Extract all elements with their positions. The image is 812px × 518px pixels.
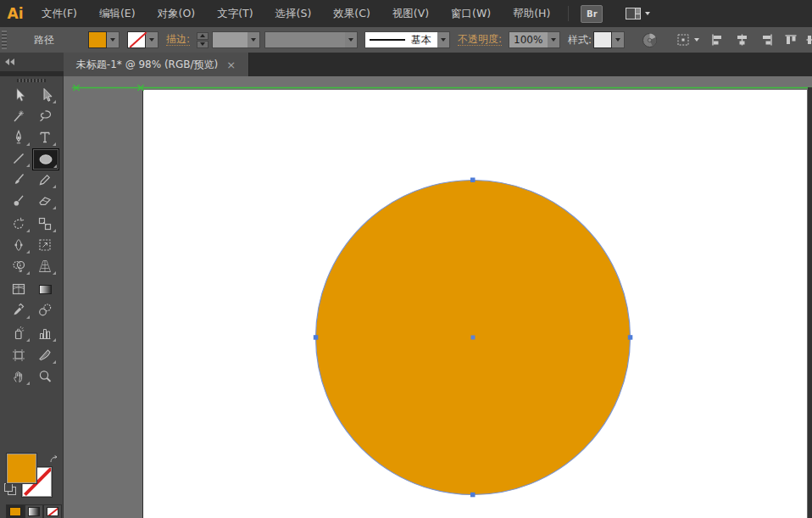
symbol-sprayer-tool[interactable] (6, 323, 31, 343)
gradient-tool[interactable] (32, 279, 58, 299)
transform-reference-button[interactable] (676, 27, 699, 53)
blob-brush-tool[interactable] (6, 191, 31, 211)
align-horizontal-left-icon (710, 33, 725, 47)
menu-effect[interactable]: 效果(C) (322, 0, 381, 27)
column-graph-tool[interactable] (32, 323, 58, 343)
line-segment-tool[interactable] (6, 148, 31, 169)
fill-stroke-indicator (0, 449, 64, 500)
lasso-tool[interactable] (32, 106, 58, 126)
stroke-weight-stepper[interactable] (197, 32, 209, 48)
align-horizontal-right-button[interactable] (759, 27, 774, 53)
stroke-panel-link[interactable]: 描边: (166, 34, 190, 46)
align-vertical-top-button[interactable] (784, 27, 798, 53)
panel-grip[interactable] (17, 79, 46, 82)
mesh-tool[interactable] (6, 279, 31, 299)
chevron-down-icon[interactable] (548, 31, 560, 48)
bridge-launch-button[interactable]: Br (581, 5, 603, 23)
chevron-down-icon[interactable] (437, 31, 450, 48)
graphic-style-control[interactable] (593, 31, 625, 48)
chevron-down-icon[interactable] (247, 31, 260, 48)
tools-panel (0, 76, 64, 518)
graphic-style-swatch[interactable] (593, 31, 612, 48)
anchor-point-top[interactable] (470, 178, 476, 183)
shape-builder-tool[interactable] (6, 256, 31, 276)
eyedropper-tool[interactable] (6, 300, 31, 320)
anchor-point-bottom[interactable] (470, 493, 476, 498)
menu-select[interactable]: 选择(S) (264, 0, 323, 27)
align-vertical-center-button[interactable] (805, 27, 812, 53)
document-tab-bar: 未标题-1* @ 98% (RGB/预览) × (0, 53, 812, 76)
recolor-artwork-button[interactable] (642, 27, 658, 53)
center-point[interactable] (471, 336, 476, 340)
fill-color-control[interactable] (88, 31, 120, 48)
menu-type[interactable]: 文字(T) (206, 0, 264, 27)
ellipse-tool[interactable] (32, 148, 59, 170)
free-transform-tool-icon (37, 237, 53, 253)
menu-object[interactable]: 对象(O) (147, 0, 207, 27)
stroke-color-dropdown[interactable] (146, 31, 159, 48)
scale-tool[interactable] (32, 214, 58, 234)
hand-tool[interactable] (6, 366, 31, 387)
brush-definition-value: 基本 (364, 31, 437, 48)
anchor-point-right[interactable] (628, 335, 633, 340)
graphic-style-dropdown[interactable] (612, 31, 625, 48)
close-tab-icon[interactable]: × (226, 58, 236, 71)
width-profile-dropdown[interactable] (264, 31, 358, 48)
width-tool[interactable] (6, 235, 31, 255)
chevron-down-icon (645, 12, 650, 15)
menu-file[interactable]: 文件(F) (31, 0, 88, 27)
free-transform-tool[interactable] (32, 235, 58, 255)
stroke-color-control[interactable] (127, 31, 159, 48)
gradient-button[interactable] (25, 504, 43, 518)
tools-panel-header (0, 53, 64, 71)
blend-tool-icon (37, 303, 53, 318)
control-bar-grip[interactable] (2, 31, 7, 49)
fill-color-swatch[interactable] (88, 31, 107, 48)
anchor-point-left[interactable] (314, 335, 319, 340)
workspace-switcher-button[interactable] (625, 7, 650, 20)
stroke-weight-dropdown[interactable] (212, 31, 260, 48)
menu-help[interactable]: 帮助(H) (502, 0, 561, 27)
chevron-down-icon[interactable] (345, 31, 358, 48)
fill-indicator-swatch[interactable] (7, 454, 36, 483)
brush-definition-dropdown[interactable]: 基本 (364, 31, 450, 48)
stepper-up-button[interactable] (197, 32, 209, 40)
pencil-tool-icon (37, 172, 53, 187)
pen-tool-icon (11, 130, 26, 145)
type-tool[interactable] (32, 127, 58, 148)
stroke-color-swatch[interactable] (127, 31, 146, 48)
align-horizontal-center-button[interactable] (735, 27, 749, 53)
pen-tool[interactable] (6, 127, 31, 148)
zoom-tool-icon (37, 369, 53, 384)
stepper-down-button[interactable] (197, 41, 209, 48)
selection-tool[interactable] (6, 85, 31, 105)
slice-tool[interactable] (32, 345, 58, 365)
fill-color-dropdown[interactable] (107, 31, 120, 48)
pencil-tool[interactable] (32, 170, 58, 190)
document-tab[interactable]: 未标题-1* @ 98% (RGB/预览) × (64, 53, 249, 76)
opacity-dropdown[interactable]: 100% (509, 31, 560, 48)
perspective-grid-tool[interactable] (32, 256, 58, 276)
symbol-sprayer-tool-icon (11, 326, 26, 341)
menu-view[interactable]: 视图(V) (381, 0, 440, 27)
menu-edit[interactable]: 编辑(E) (88, 0, 147, 27)
artboard-tool[interactable] (6, 345, 31, 365)
align-horizontal-left-button[interactable] (710, 27, 725, 53)
canvas-area[interactable] (64, 76, 812, 518)
default-fill-stroke-icon[interactable] (4, 483, 15, 494)
menu-window[interactable]: 窗口(W) (440, 0, 502, 27)
opacity-panel-link[interactable]: 不透明度: (458, 34, 502, 46)
style-label: 样式: (568, 33, 592, 47)
collapse-panel-icon[interactable] (5, 58, 14, 65)
rotate-tool[interactable] (6, 214, 31, 234)
eraser-tool[interactable] (32, 191, 58, 211)
magic-wand-tool[interactable] (6, 106, 31, 126)
color-button[interactable] (6, 504, 25, 518)
blend-tool[interactable] (32, 300, 58, 320)
none-button[interactable] (43, 504, 62, 518)
zoom-tool[interactable] (32, 366, 58, 387)
magic-wand-tool-icon (11, 109, 26, 124)
paintbrush-tool[interactable] (6, 170, 31, 190)
direct-selection-tool[interactable] (32, 85, 58, 105)
chevron-down-icon (694, 38, 699, 42)
